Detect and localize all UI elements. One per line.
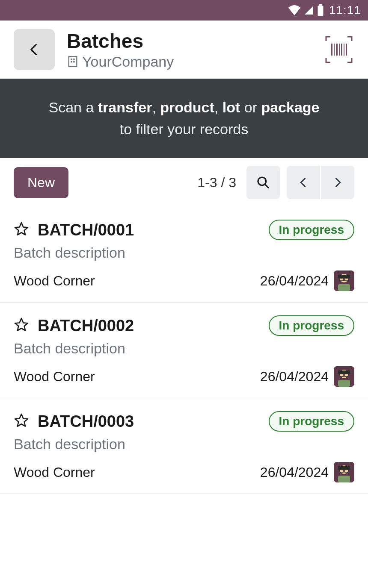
page-info: 1-3 / 3: [197, 175, 236, 191]
svg-rect-8: [334, 44, 335, 56]
svg-rect-21: [338, 284, 350, 291]
svg-rect-27: [338, 380, 350, 387]
batch-date: 26/04/2024: [260, 465, 329, 480]
batch-name: BATCH/0001: [38, 221, 260, 239]
status-time: 11:11: [329, 3, 361, 17]
svg-rect-1: [318, 6, 323, 16]
status-badge: In progress: [269, 315, 354, 336]
status-badge: In progress: [269, 411, 354, 432]
star-icon[interactable]: [14, 413, 29, 430]
svg-rect-33: [338, 476, 350, 482]
signal-icon: [303, 5, 315, 15]
new-button[interactable]: New: [14, 167, 68, 198]
batch-date: 26/04/2024: [260, 369, 329, 385]
prev-page-button[interactable]: [287, 166, 320, 199]
list-item[interactable]: BATCH/0001 In progress Batch description…: [0, 207, 368, 303]
svg-rect-10: [339, 44, 340, 56]
svg-rect-3: [71, 59, 72, 60]
avatar: [334, 462, 354, 482]
back-button[interactable]: [14, 29, 55, 70]
batch-partner: Wood Corner: [14, 465, 255, 480]
avatar: [334, 366, 354, 387]
batch-date: 26/04/2024: [260, 273, 329, 289]
batch-name: BATCH/0003: [38, 412, 260, 431]
svg-rect-30: [338, 466, 350, 470]
svg-rect-5: [71, 61, 72, 63]
svg-rect-13: [346, 44, 347, 56]
wifi-icon: [288, 5, 301, 15]
star-icon[interactable]: [14, 317, 29, 334]
list-toolbar: New 1-3 / 3: [0, 158, 368, 207]
app-header: Batches YourCompany: [0, 21, 368, 79]
chevron-left-icon: [27, 42, 42, 57]
batch-partner: Wood Corner: [14, 369, 255, 385]
batch-description: Batch description: [14, 244, 354, 261]
svg-rect-4: [73, 59, 75, 60]
svg-rect-0: [319, 4, 322, 6]
company-subtitle: YourCompany: [67, 53, 308, 70]
search-icon: [256, 176, 270, 189]
batch-description: Batch description: [14, 436, 354, 453]
scan-button[interactable]: [320, 31, 358, 68]
avatar: [334, 270, 354, 291]
chevron-right-icon: [332, 176, 344, 188]
scan-b1: transfer: [98, 99, 152, 115]
status-badge: In progress: [269, 220, 354, 240]
chevron-left-icon: [297, 176, 309, 188]
scan-b4: package: [261, 99, 319, 115]
scan-banner: Scan a transfer, product, lot or package…: [0, 79, 368, 158]
list-item[interactable]: BATCH/0003 In progress Batch description…: [0, 398, 368, 494]
batch-partner: Wood Corner: [14, 273, 255, 289]
scan-b2: product: [160, 99, 214, 115]
next-page-button[interactable]: [321, 166, 354, 199]
search-button[interactable]: [246, 166, 280, 199]
svg-rect-24: [338, 370, 350, 374]
svg-rect-9: [336, 44, 338, 56]
header-titles: Batches YourCompany: [67, 29, 308, 70]
scan-text-prefix: Scan a: [48, 99, 98, 115]
scan-b3: lot: [223, 99, 240, 115]
star-icon[interactable]: [14, 221, 29, 238]
page-title: Batches: [67, 29, 308, 53]
batch-name: BATCH/0002: [38, 317, 260, 335]
batch-description: Batch description: [14, 340, 354, 357]
svg-rect-12: [344, 44, 344, 56]
svg-rect-7: [331, 44, 332, 56]
svg-rect-6: [73, 61, 75, 63]
svg-rect-18: [338, 275, 350, 278]
status-bar: 11:11: [0, 0, 368, 21]
barcode-scan-icon: [323, 34, 354, 65]
svg-rect-11: [341, 44, 342, 56]
scan-text-line2: to filter your records: [120, 121, 248, 137]
battery-icon: [317, 4, 324, 16]
list-item[interactable]: BATCH/0002 In progress Batch description…: [0, 303, 368, 398]
batch-list: BATCH/0001 In progress Batch description…: [0, 207, 368, 494]
company-name: YourCompany: [82, 53, 174, 70]
svg-line-15: [265, 184, 268, 188]
svg-rect-2: [69, 56, 77, 66]
pager: [287, 166, 354, 199]
building-icon: [67, 56, 79, 68]
